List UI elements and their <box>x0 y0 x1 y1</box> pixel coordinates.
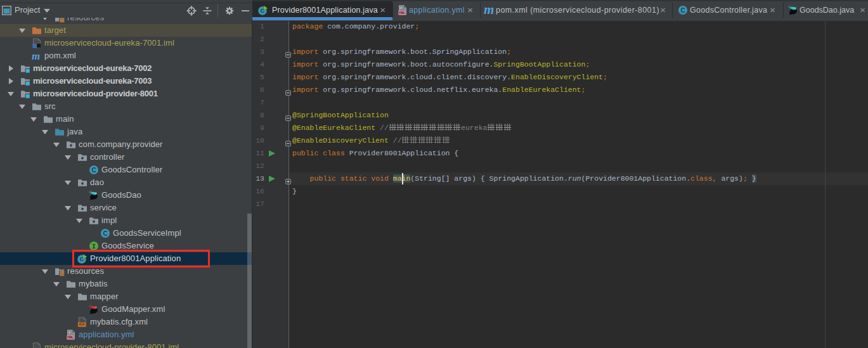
svg-text:C: C <box>680 7 685 14</box>
svg-text:YML: YML <box>67 335 74 339</box>
svg-text:<>: <> <box>79 322 85 327</box>
svg-text:C: C <box>103 230 107 237</box>
svg-text:YML: YML <box>398 11 405 15</box>
svg-text:I: I <box>92 243 96 250</box>
svg-text:C: C <box>91 167 96 174</box>
